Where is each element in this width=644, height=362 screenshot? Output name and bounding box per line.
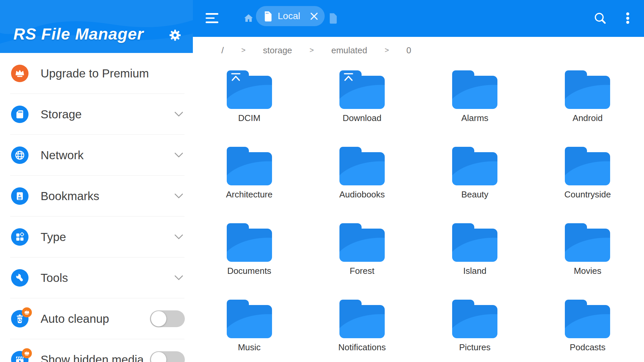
crown-icon [11,65,29,82]
sidebar-item-label: Network [41,148,174,162]
sidebar-item-auto-cleanup[interactable]: Auto cleanup [0,298,193,339]
breadcrumb-segment-root[interactable]: / [221,45,224,56]
sidebar-item-label: Storage [41,108,174,121]
folder-name: Movies [574,266,601,276]
folder-name: Architecture [226,189,273,200]
folder-icon [452,223,497,262]
sidebar-item-label: Upgrade to Premium [41,67,193,80]
folder-tile[interactable]: Beauty [419,140,531,217]
chevron-down-icon [174,234,183,240]
folder-tile[interactable]: Documents [193,217,306,293]
auto-cleanup-toggle[interactable] [150,310,185,327]
folder-name: Android [573,113,603,123]
folder-icon [339,300,385,338]
folder-icon [452,300,497,338]
premium-crown-badge [22,348,32,358]
folder-tile[interactable]: Android [531,64,644,140]
folder-name: Download [343,113,382,123]
kebab-menu-icon[interactable] [626,12,629,25]
sidebar-item-network[interactable]: Network [0,135,193,176]
folder-tile[interactable]: Podcasts [531,293,644,362]
folder-icon [339,223,385,262]
sd-card-icon [11,106,29,123]
gear-icon[interactable] [169,29,181,41]
folder-icon [452,147,497,185]
folder-name: Countryside [565,189,611,200]
shapes-grid-icon [11,228,29,246]
folder-icon [452,70,497,109]
breadcrumb-separator: > [310,46,314,55]
search-icon[interactable] [594,12,607,25]
folder-tile[interactable]: Alarms [419,64,531,140]
sidebar: RS File Manager Upgrade to Premium [0,0,193,362]
sidebar-item-storage[interactable]: Storage [0,94,193,135]
sidebar-item-label: Type [41,230,174,244]
folder-grid: DCIM Download [193,64,644,362]
folder-icon [227,300,272,338]
chevron-down-icon [174,153,183,158]
sidebar-item-label: Tools [41,271,174,285]
folder-name: DCIM [238,113,260,123]
premium-crown-badge [22,307,32,317]
sidebar-item-bookmarks[interactable]: Bookmarks [0,176,193,217]
sidebar-item-upgrade-premium[interactable]: Upgrade to Premium [0,53,193,94]
sidebar-item-tools[interactable]: Tools [0,257,193,298]
folder-name: Forest [350,266,375,276]
show-hidden-media-toggle[interactable] [150,351,185,362]
sidebar-item-type[interactable]: Type [0,217,193,257]
chevron-down-icon [174,112,183,117]
sidebar-header: RS File Manager [0,0,193,53]
chevron-down-icon [174,275,183,281]
close-icon[interactable] [310,12,318,20]
up-to-parent-arrow-icon [343,72,354,81]
sidebar-item-label: Auto cleanup [41,312,150,325]
folder-icon [227,223,272,262]
folder-icon [339,70,385,109]
inactive-tab-document-icon[interactable] [328,12,337,24]
breadcrumb-separator: > [385,46,389,55]
breadcrumb-segment-0[interactable]: 0 [407,45,411,56]
folder-tile[interactable]: Audiobooks [306,140,418,217]
folder-tile[interactable]: Notifications [306,293,418,362]
toggle-knob [151,311,166,326]
sidebar-item-label: Show hidden media [41,353,150,362]
toggle-knob [151,352,166,362]
breadcrumb-segment-emulated[interactable]: emulated [331,45,367,56]
folder-icon [339,147,385,185]
folder-icon [565,300,610,338]
folder-name: Notifications [338,342,386,353]
folder-tile[interactable]: Island [419,217,531,293]
folder-icon [565,147,610,185]
tab-label: Local [278,11,300,21]
folder-name: Island [463,266,486,276]
document-icon [263,11,272,21]
folder-icon [227,147,272,185]
folder-tile[interactable]: Download [306,64,418,140]
sidebar-item-show-hidden-media[interactable]: Show hidden media [0,339,193,362]
folder-tile[interactable]: Pictures [419,293,531,362]
hamburger-menu-icon[interactable] [206,13,218,23]
folder-tile[interactable]: Music [193,293,306,362]
folder-name: Pictures [459,342,491,353]
folder-name: Beauty [461,189,488,200]
file-browser-panel: / > storage > emulated > 0 DCIM [193,37,644,362]
tab-local[interactable]: Local [256,6,325,26]
folder-name: Podcasts [570,342,605,353]
folder-tile[interactable]: DCIM [193,64,306,140]
folder-name: Alarms [461,113,488,123]
folder-name: Documents [227,266,271,276]
folder-tile[interactable]: Architecture [193,140,306,217]
app-title: RS File Manager [13,25,144,43]
folder-icon [227,70,272,109]
folder-name: Audiobooks [339,189,385,200]
folder-tile[interactable]: Countryside [531,140,644,217]
folder-tile[interactable]: Movies [531,217,644,293]
up-to-parent-arrow-icon [231,72,241,81]
breadcrumb-segment-storage[interactable]: storage [263,45,292,56]
folder-icon [565,70,610,109]
folder-name: Music [238,342,261,353]
home-icon[interactable] [244,13,254,22]
folder-icon [565,223,610,262]
folder-tile[interactable]: Forest [306,217,418,293]
chevron-down-icon [174,193,183,199]
